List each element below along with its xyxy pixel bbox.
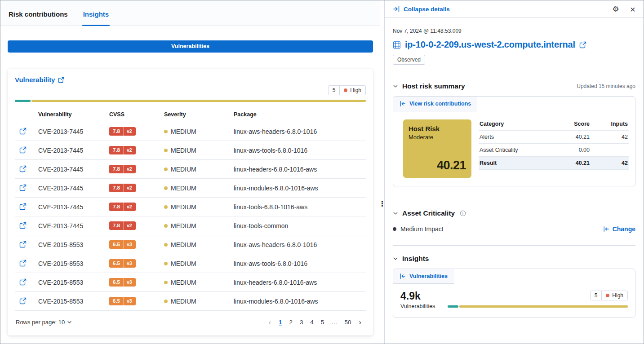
severity-dot-icon — [164, 262, 168, 265]
cvss-score: 7.8 — [109, 184, 123, 193]
pagination-page-4[interactable]: 4 — [307, 317, 316, 327]
view-risk-contributions-link[interactable]: View risk contributions — [393, 97, 477, 111]
open-vulnerability-details-button[interactable] — [18, 259, 27, 268]
close-icon[interactable]: × — [630, 4, 635, 14]
table-row: CVE-2013-7445 7.8 v2 MEDIUM linux-aws-to… — [15, 141, 366, 160]
insights-toggle[interactable]: Insights — [393, 255, 429, 263]
table-row: CVE-2015-8553 6.5 v3 MEDIUM linux-header… — [15, 273, 366, 292]
risk-score: 40.21 — [543, 131, 591, 144]
severity-distribution-bar — [15, 100, 366, 102]
severity-dot-icon — [164, 149, 168, 152]
open-vulnerability-details-button[interactable] — [18, 278, 27, 287]
package-name: linux-modules-6.8.0-1016-aws — [230, 292, 366, 311]
rows-per-page-label: Rows per page: 10 — [16, 319, 65, 326]
insights-header: Insights — [393, 255, 635, 263]
observed-badge: Observed — [393, 55, 425, 65]
open-vulnerability-details-button[interactable] — [18, 146, 27, 154]
host-name-link[interactable]: ip-10-0-2-209.us-west-2.compute.internal — [405, 40, 575, 50]
vulnerabilities-count: 4.9k — [400, 291, 435, 302]
vulnerabilities-insight-content: 4.9k Vulnerabilities 5 High — [393, 284, 635, 317]
open-vulnerability-details-button[interactable] — [18, 127, 27, 136]
table-row: CVE-2015-8553 6.5 v3 MEDIUM linux-aws-he… — [15, 235, 366, 254]
arrow-to-bar-left-icon — [603, 226, 609, 232]
pagination-page-1[interactable]: 1 — [275, 317, 285, 327]
vulnerability-id: CVE-2013-7445 — [35, 160, 106, 179]
collapse-details-button[interactable]: Collapse details — [393, 5, 450, 13]
host-details-flyout: Collapse details ⚙ × Nov 7, 2024 @ 11:48… — [385, 0, 644, 344]
severity-label: MEDIUM — [171, 279, 196, 286]
cvss-score-badge: 7.8 v2 — [109, 221, 136, 230]
vulnerability-id: CVE-2015-8553 — [35, 273, 106, 292]
asset-criticality-toggle[interactable]: Asset Criticality — [393, 209, 466, 217]
cvss-version: v2 — [123, 221, 136, 230]
risk-score: 0.00 — [543, 144, 591, 157]
cvss-score-badge: 7.8 v2 — [109, 146, 136, 155]
host-risk-level: Moderate — [409, 134, 466, 141]
host-risk-score: 40.21 — [437, 159, 466, 172]
tab-risk-contributions[interactable]: Risk contributions — [8, 10, 69, 26]
header-inputs: Inputs — [591, 119, 629, 131]
cvss-version: v2 — [123, 184, 136, 192]
cvss-version: v3 — [123, 278, 136, 287]
vulnerability-title-link[interactable]: Vulnerability — [15, 76, 64, 84]
risk-category-table: Category Score Inputs Alerts 40.21 42 As… — [479, 119, 629, 170]
pagination-next-button[interactable]: › — [355, 318, 365, 327]
change-criticality-button[interactable]: Change — [603, 225, 635, 233]
host-title-row: ip-10-0-2-209.us-west-2.compute.internal — [393, 40, 635, 50]
gear-icon[interactable]: ⚙ — [612, 5, 619, 13]
cvss-score-badge: 6.5 v3 — [109, 297, 136, 306]
header-actions — [15, 107, 35, 122]
pagination-ellipsis: … — [328, 317, 340, 327]
open-vulnerability-details-button[interactable] — [18, 240, 27, 249]
open-vulnerability-details-button[interactable] — [18, 202, 27, 211]
high-count-badge: 5 — [591, 291, 602, 300]
vulnerability-title: Vulnerability — [15, 76, 55, 84]
package-name: linux-aws-headers-6.8.0-1016 — [230, 235, 366, 254]
package-name: linux-aws-headers-6.8.0-1016 — [230, 122, 366, 141]
high-severity-label: High — [350, 87, 361, 93]
host-external-link-icon[interactable] — [579, 41, 586, 49]
arrow-to-bar-left-icon — [400, 101, 406, 107]
flyout-header-icons: ⚙ × — [612, 4, 635, 14]
cvss-score-badge: 7.8 v2 — [109, 203, 136, 212]
impact-dot-icon — [393, 227, 396, 231]
pagination-pages: 12345…50 — [275, 317, 354, 327]
cvss-score: 7.8 — [109, 203, 123, 212]
severity-dot-icon — [164, 205, 168, 209]
panel-resize-handle[interactable]: ⋮ — [378, 200, 387, 208]
vulnerability-card: Vulnerability 5 High — [8, 69, 373, 335]
cvss-score: 6.5 — [109, 297, 123, 306]
package-name: linux-headers-6.8.0-1016-aws — [230, 160, 366, 179]
pagination-prev-button[interactable]: ‹ — [265, 318, 275, 327]
cvss-version: v3 — [123, 297, 136, 305]
distribution-segment — [448, 305, 458, 308]
pagination-page-50[interactable]: 50 — [342, 317, 355, 327]
pagination-page-5[interactable]: 5 — [318, 317, 327, 327]
left-content: Vulnerabilities Vulnerability 5 — [0, 26, 380, 335]
pagination-page-3[interactable]: 3 — [297, 317, 306, 327]
pagination-page-2[interactable]: 2 — [286, 317, 295, 327]
vulnerability-table-header-row: Vulnerability CVSS Severity Package — [15, 107, 366, 122]
chevron-down-icon — [393, 256, 398, 261]
vulnerabilities-stat: 4.9k Vulnerabilities — [400, 291, 435, 309]
cvss-score: 7.8 — [109, 221, 123, 230]
asset-criticality-value: Medium Impact — [393, 225, 444, 233]
vulnerabilities-filter-button[interactable]: Vulnerabilities — [8, 40, 373, 53]
open-vulnerability-details-button[interactable] — [18, 221, 27, 230]
vulnerability-card-header: Vulnerability 5 High — [15, 76, 366, 95]
chevron-down-icon — [393, 84, 398, 89]
rows-per-page-selector[interactable]: Rows per page: 10 — [16, 319, 72, 326]
open-vulnerability-details-button[interactable] — [18, 183, 27, 192]
header-score: Score — [543, 119, 591, 131]
open-vulnerability-details-button[interactable] — [18, 296, 27, 305]
host-risk-summary-toggle[interactable]: Host risk summary — [393, 82, 465, 90]
high-count-badge: 5 — [329, 86, 340, 95]
severity-label: MEDIUM — [171, 166, 196, 173]
info-icon[interactable] — [460, 210, 466, 216]
risk-table-row: Result 40.21 42 — [479, 157, 629, 170]
table-row: CVE-2013-7445 7.8 v2 MEDIUM linux-tools-… — [15, 216, 366, 235]
vulnerabilities-insight-link[interactable]: Vulnerabilities — [393, 269, 454, 284]
cvss-score-badge: 6.5 v3 — [109, 240, 136, 249]
tab-insights[interactable]: Insights — [82, 10, 110, 26]
open-vulnerability-details-button[interactable] — [18, 164, 27, 173]
